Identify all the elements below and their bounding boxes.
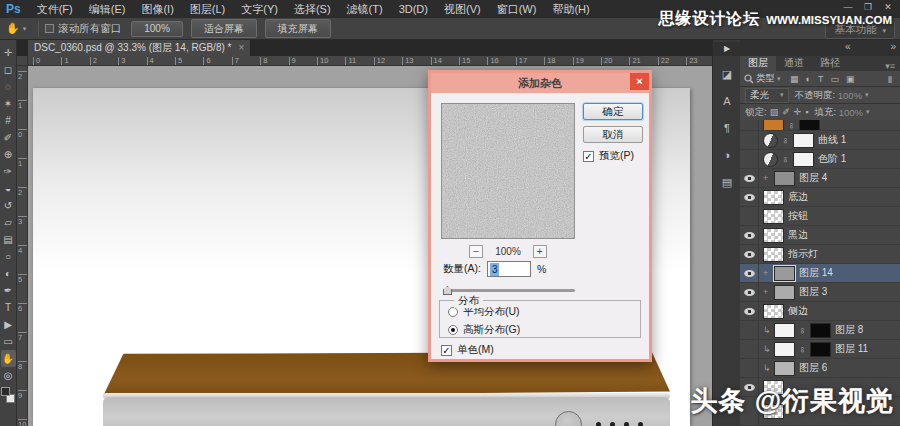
menu-item[interactable]: 编辑(E) xyxy=(81,0,134,18)
visibility-toggle[interactable] xyxy=(740,340,759,358)
pen-tool[interactable]: ✒ xyxy=(1,282,16,299)
tab-通道[interactable]: 通道 xyxy=(776,55,812,71)
fit-screen-button[interactable]: 适合屏幕 xyxy=(191,19,257,38)
lock-all-icon[interactable]: ▪ xyxy=(805,107,808,117)
menu-item[interactable]: 帮助(H) xyxy=(544,0,597,18)
preview-checkbox[interactable]: ✓ xyxy=(583,151,594,162)
type-tool[interactable]: T xyxy=(1,299,16,316)
expand-panels-icon[interactable]: » xyxy=(890,41,896,52)
lasso-tool[interactable]: ◌ xyxy=(1,78,16,95)
visibility-toggle[interactable] xyxy=(740,207,759,225)
layer-row[interactable]: 底边 xyxy=(740,188,900,207)
hand-tool[interactable]: ✋ xyxy=(1,350,16,367)
swatches-panel-icon[interactable]: ◪ xyxy=(717,64,737,84)
zoom-tool[interactable]: ◎ xyxy=(1,367,16,384)
current-tool-preset[interactable]: ✋ ▾ xyxy=(0,22,32,35)
visibility-toggle[interactable] xyxy=(740,169,759,187)
adjustments-panel-icon[interactable]: ◑ xyxy=(717,145,737,165)
horizontal-ruler[interactable]: 01234567891011121314151617181920212223 xyxy=(28,56,712,66)
magic-wand-tool[interactable]: ✶ xyxy=(1,95,16,112)
eraser-tool[interactable]: ▱ xyxy=(1,214,16,231)
filter-type-layers-icon[interactable]: T xyxy=(818,74,824,84)
visibility-toggle[interactable] xyxy=(740,120,759,130)
distribution-option[interactable]: 高斯分布(G) xyxy=(448,323,640,337)
layer-row[interactable]: +图层 4 xyxy=(740,169,900,188)
healing-brush-tool[interactable]: ⊕ xyxy=(1,146,16,163)
lock-transparency-icon[interactable]: ▨ xyxy=(770,107,779,117)
zoom-100-button[interactable]: 100% xyxy=(131,21,183,37)
document-tab[interactable]: DSC_0360.psd @ 33.3% (图层 14, RGB/8) * × xyxy=(28,40,251,56)
layer-row[interactable]: +图层 14 xyxy=(740,264,900,283)
eyedropper-tool[interactable]: ✐ xyxy=(1,129,16,146)
visibility-toggle[interactable] xyxy=(740,245,759,263)
filter-kind-label[interactable]: 类型 xyxy=(756,72,775,85)
visibility-toggle[interactable] xyxy=(740,321,759,339)
menu-item[interactable]: 3D(D) xyxy=(391,0,436,18)
filter-pixel-layers-icon[interactable]: ▦ xyxy=(790,74,799,84)
gradient-tool[interactable]: ▤ xyxy=(1,231,16,248)
menu-item[interactable]: 图像(I) xyxy=(133,0,181,18)
shape-tool[interactable]: ▭ xyxy=(1,333,16,350)
fill-value[interactable]: 100% xyxy=(839,107,863,118)
brush-tool[interactable]: ✑ xyxy=(1,163,16,180)
dodge-tool[interactable]: ◐ xyxy=(1,265,16,282)
blend-mode-select[interactable]: 柔光 ▾ xyxy=(745,88,789,103)
ok-button[interactable]: 确定 xyxy=(583,103,643,120)
layer-row[interactable]: 按钮 xyxy=(740,207,900,226)
filter-adjustment-layers-icon[interactable]: ◐ xyxy=(806,74,811,84)
radio-button[interactable] xyxy=(448,325,458,335)
menu-item[interactable]: 窗口(W) xyxy=(489,0,545,18)
menu-item[interactable]: 视图(V) xyxy=(436,0,489,18)
dialog-close-icon[interactable]: × xyxy=(630,73,649,90)
marquee-tool[interactable]: ◻ xyxy=(1,61,16,78)
menu-item[interactable]: 文字(Y) xyxy=(233,0,286,18)
layer-row[interactable]: ↳∞图层 11 xyxy=(740,340,900,359)
panel-menu-icon[interactable]: ▾≡ xyxy=(885,61,900,71)
move-tool[interactable]: ✛ xyxy=(1,44,16,61)
layer-row[interactable]: ∞曲线 1 xyxy=(740,131,900,150)
filter-shape-layers-icon[interactable]: ▭ xyxy=(830,74,839,84)
monochromatic-checkbox[interactable]: ✓ xyxy=(441,345,452,356)
visibility-toggle[interactable] xyxy=(740,226,759,244)
visibility-toggle[interactable] xyxy=(740,264,759,282)
visibility-toggle[interactable] xyxy=(740,359,759,377)
layer-row[interactable]: 指示灯 xyxy=(740,245,900,264)
fill-screen-button[interactable]: 填充屏幕 xyxy=(265,19,331,38)
layer-row[interactable]: +图层 3 xyxy=(740,283,900,302)
cancel-button[interactable]: 取消 xyxy=(583,126,643,143)
menu-item[interactable]: 图层(L) xyxy=(182,0,233,18)
zoom-out-button[interactable]: − xyxy=(469,245,483,258)
layer-row[interactable]: ∞ xyxy=(740,120,900,131)
history-brush-tool[interactable]: ↺ xyxy=(1,197,16,214)
crop-tool[interactable]: # xyxy=(1,112,16,129)
visibility-toggle[interactable] xyxy=(740,131,759,149)
lock-position-icon[interactable]: ✛ xyxy=(794,107,802,117)
dialog-titlebar[interactable]: 添加杂色 × xyxy=(431,73,649,93)
character-panel-icon[interactable]: A xyxy=(717,91,737,111)
menu-item[interactable]: 滤镜(T) xyxy=(339,0,391,18)
tab-路径[interactable]: 路径 xyxy=(812,55,848,71)
vertical-ruler[interactable]: 21012345678910 xyxy=(17,66,28,426)
lock-pixels-icon[interactable]: ✐ xyxy=(782,107,790,117)
menu-item[interactable]: 选择(S) xyxy=(286,0,339,18)
foreground-color-swatch[interactable] xyxy=(1,387,10,396)
filter-toggle-icon[interactable]: ▮ xyxy=(888,74,893,84)
visibility-toggle[interactable] xyxy=(740,188,759,206)
filter-smart-objects-icon[interactable]: ▣ xyxy=(846,74,855,84)
opacity-value[interactable]: 100% xyxy=(838,90,862,101)
color-swatches[interactable] xyxy=(1,387,15,403)
layer-row[interactable]: ↳图层 6 xyxy=(740,359,900,378)
radio-button[interactable] xyxy=(448,307,458,317)
menu-item[interactable]: 文件(F) xyxy=(29,0,81,18)
tab-close-icon[interactable]: × xyxy=(238,40,244,56)
layer-row[interactable]: ∞色阶 1 xyxy=(740,150,900,169)
blur-tool[interactable]: ○ xyxy=(1,248,16,265)
paragraph-panel-icon[interactable]: ¶ xyxy=(717,118,737,138)
slider-thumb[interactable] xyxy=(443,286,452,295)
visibility-toggle[interactable] xyxy=(740,302,759,320)
amount-input[interactable]: 3 xyxy=(487,261,531,277)
visibility-toggle[interactable] xyxy=(740,150,759,168)
collapse-panels-icon[interactable]: « xyxy=(845,41,851,52)
tab-图层[interactable]: 图层 xyxy=(740,55,776,71)
expand-dock-icon[interactable]: ▶ xyxy=(713,42,741,56)
